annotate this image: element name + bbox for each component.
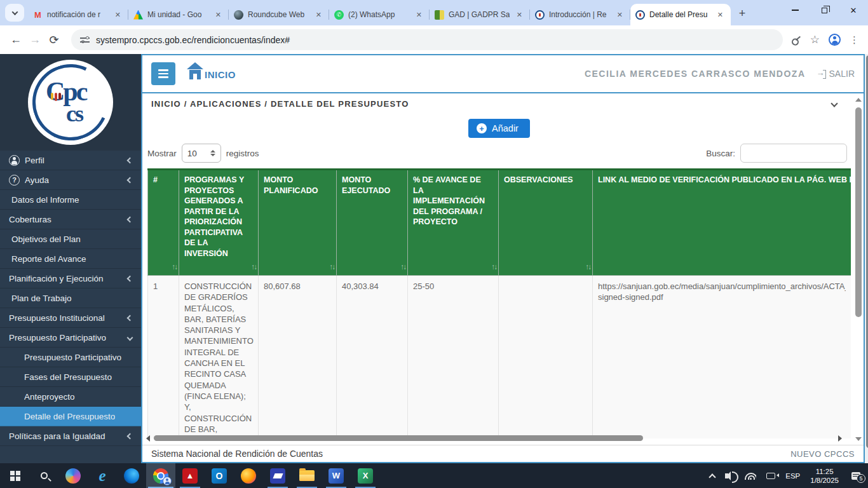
browser-tab[interactable]: Introducción | Re✕ <box>530 4 630 25</box>
sidebar-item-fases-del-presupuesto[interactable]: Fases del Presupuesto <box>0 367 141 387</box>
keyboard-language[interactable]: ESP <box>785 472 800 480</box>
tray-chevron-up-icon[interactable] <box>709 473 716 480</box>
reload-button[interactable]: ⟳ <box>44 30 64 50</box>
sidebar-item-presupuesto-participativo[interactable]: Presupuesto Participativo <box>0 328 141 348</box>
col-header-monto-planificado[interactable]: MONTO PLANIFICADO↑↓ <box>259 170 337 276</box>
sidebar-item-anteproyecto[interactable]: Anteproyecto <box>0 387 141 407</box>
browser-tab[interactable]: Detalle del Presu✕ <box>630 4 731 25</box>
vertical-scroll-thumb[interactable] <box>855 107 862 317</box>
tab-close-icon[interactable]: ✕ <box>514 10 525 20</box>
browser-tab[interactable]: Mnotificación de r✕ <box>28 4 128 25</box>
browser-scroll-thumb[interactable] <box>866 55 868 448</box>
copilot-taskbar-icon[interactable] <box>58 463 88 488</box>
copilot-icon <box>65 468 81 484</box>
edge-icon <box>124 468 139 484</box>
ie-icon: e <box>98 468 105 484</box>
col-header-monto-ejecutado[interactable]: MONTO EJECUTADO↑↓ <box>337 170 408 276</box>
browser-menu-icon[interactable]: ⋮ <box>850 34 859 46</box>
browser-tab[interactable]: (2) WhatsApp✕ <box>329 4 430 25</box>
sidebar-item-planificaci-n-y-ejecuci-n[interactable]: Planificación y Ejecución <box>0 269 141 288</box>
tab-close-icon[interactable]: ✕ <box>112 10 123 20</box>
browser-scrollbar[interactable] <box>865 54 868 463</box>
home-link[interactable]: INICIO <box>187 67 236 80</box>
scroll-left-icon[interactable] <box>146 435 150 442</box>
hamburger-menu-button[interactable] <box>151 62 175 85</box>
chrome-taskbar-icon[interactable] <box>146 463 175 488</box>
tab-search-button[interactable] <box>5 4 24 22</box>
scroll-down-icon[interactable] <box>855 437 862 441</box>
start-taskbar-icon[interactable] <box>0 463 29 488</box>
wifi-icon[interactable] <box>745 472 756 480</box>
col-header-avance[interactable]: % DE AVANCE DE LA IMPLEMENTACIÓN DEL PRO… <box>408 170 499 276</box>
tab-close-icon[interactable]: ✕ <box>715 10 726 20</box>
tab-close-icon[interactable]: ✕ <box>213 10 224 20</box>
sidebar-item-ayuda[interactable]: Ayuda <box>0 170 141 190</box>
scroll-up-icon[interactable] <box>855 98 862 102</box>
tray-time: 11:25 <box>816 468 834 475</box>
sidebar-item-detalle-del-presupuesto[interactable]: Detalle del Presupuesto <box>0 407 141 426</box>
tab-title: Detalle del Presu <box>649 10 710 19</box>
col-header-observaciones[interactable]: OBSERVACIONES↑↓ <box>499 170 593 276</box>
col-header-link[interactable]: LINK AL MEDIO DE VERIFICACIÓN PUBLICADO … <box>593 170 851 276</box>
volume-icon[interactable] <box>725 473 728 478</box>
sidebar-item-label: Datos del Informe <box>11 195 79 205</box>
browser-tab[interactable]: GAD | GADPR Sa✕ <box>430 4 530 25</box>
col-header-num[interactable]: #↑↓ <box>148 170 179 276</box>
sidebar-item-presupuesto-institucional[interactable]: Presupuesto Institucional <box>0 308 141 328</box>
table-row: 1 CONSTRUCCIÓN DE GRADERÍOS METÁLICOS, B… <box>148 276 851 439</box>
add-button[interactable]: + Añadir <box>468 119 530 138</box>
minimize-button[interactable] <box>780 0 810 20</box>
logout-button[interactable]: SALIR <box>817 69 855 79</box>
word-taskbar-icon[interactable]: W <box>322 463 351 488</box>
tab-close-icon[interactable]: ✕ <box>414 10 424 20</box>
tab-close-icon[interactable]: ✕ <box>614 10 625 20</box>
browser-tab[interactable]: Mi unidad - Goo✕ <box>128 4 229 25</box>
horizontal-scroll-thumb[interactable] <box>154 435 643 441</box>
edge-taskbar-icon[interactable] <box>117 463 146 488</box>
breadcrumb[interactable]: INICIO / APLICACIONES / DETALLE DEL PRES… <box>151 99 409 109</box>
password-key-icon[interactable] <box>788 32 803 48</box>
sidebar-item-label: Fases del Presupuesto <box>24 372 112 382</box>
search-taskbar-icon[interactable] <box>29 463 58 488</box>
page-size-select[interactable]: 10 <box>182 144 221 163</box>
cell-link: https://sanjuan.gob.ec/media/sanjuan/cum… <box>593 276 851 439</box>
outlook-taskbar-icon[interactable]: O <box>205 463 234 488</box>
explorer-taskbar-icon[interactable] <box>292 463 322 488</box>
sidebar-item-datos-del-informe[interactable]: Datos del Informe <box>0 190 141 210</box>
col-header-programas[interactable]: PROGRAMAS Y PROYECTOS GENERADOS A PARTIR… <box>179 170 259 276</box>
close-button[interactable]: ✕ <box>839 0 868 20</box>
user-name: CECILIA MERCEDES CARRASCO MENDOZA <box>585 69 806 79</box>
clock[interactable]: 11:25 1/8/2025 <box>810 467 839 485</box>
meet-now-icon[interactable] <box>766 473 775 479</box>
tab-close-icon[interactable]: ✕ <box>313 10 324 20</box>
scroll-right-icon[interactable] <box>838 435 842 442</box>
search-input[interactable] <box>740 144 847 163</box>
bookmark-star-icon[interactable]: ☆ <box>810 34 820 45</box>
whatsapp-favicon <box>334 10 344 20</box>
ie-taskbar-icon[interactable]: e <box>88 463 117 488</box>
sidebar-item-objetivos-del-plan[interactable]: Objetivos del Plan <box>0 229 141 249</box>
sidebar-item-plan-de-trabajo[interactable]: Plan de Trabajo <box>0 288 141 308</box>
sidebar-item-coberturas[interactable]: Coberturas <box>0 210 141 229</box>
restore-button[interactable] <box>810 0 839 20</box>
address-bar[interactable]: systempro.cpccs.gob.ec/rendicioncuentas/… <box>71 29 783 50</box>
sidebar-item-presupuesto-participativo[interactable]: Presupuesto Participativo <box>0 348 141 367</box>
horizontal-scrollbar[interactable] <box>146 434 842 442</box>
sidebar-item-perfil[interactable]: Perfil <box>0 151 141 170</box>
excel-taskbar-icon[interactable]: X <box>351 463 380 488</box>
acrobat-taskbar-icon[interactable]: ▲ <box>175 463 205 488</box>
profile-avatar-icon[interactable] <box>829 34 841 46</box>
notification-center-icon[interactable]: 5 <box>851 472 860 480</box>
cell-planificado: 80,607.68 <box>259 276 337 439</box>
firefox-taskbar-icon[interactable] <box>234 463 263 488</box>
scanner-taskbar-icon[interactable] <box>263 463 292 488</box>
forward-button[interactable]: → <box>25 30 44 50</box>
back-button[interactable]: ← <box>6 30 25 50</box>
site-settings-icon[interactable] <box>80 36 90 44</box>
browser-tab[interactable]: Roundcube Web✕ <box>229 4 329 25</box>
breadcrumb-collapse-icon[interactable] <box>831 100 837 107</box>
new-tab-button[interactable]: + <box>733 4 751 22</box>
sidebar-item-reporte-del-avance[interactable]: Reporte del Avance <box>0 249 141 269</box>
sidebar-item-pol-ticas-para-la-igualdad[interactable]: Políticas para la Igualdad <box>0 426 141 446</box>
page-vertical-scrollbar[interactable] <box>853 96 863 443</box>
